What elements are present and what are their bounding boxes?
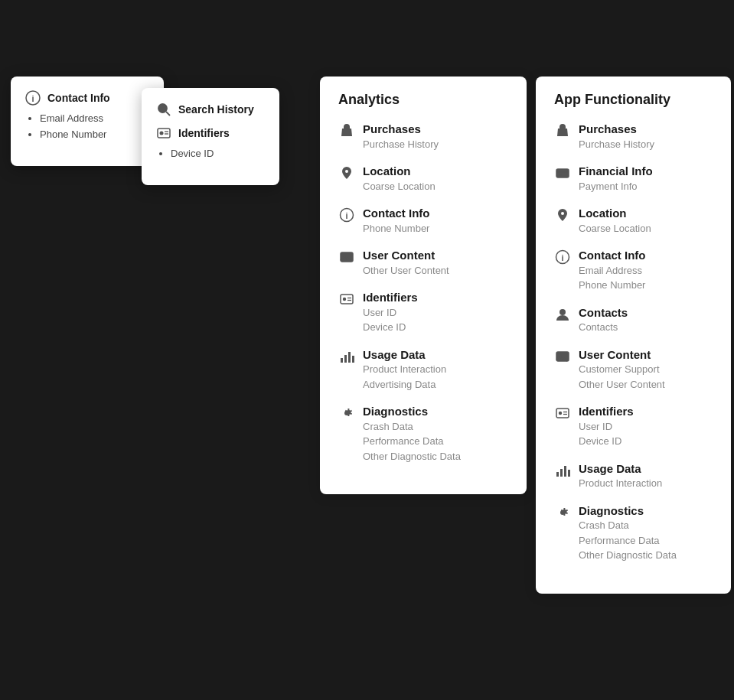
svg-rect-19 bbox=[352, 356, 354, 363]
svg-rect-28 bbox=[556, 409, 569, 418]
app-contact: i Contact Info Email AddressPhone Number bbox=[554, 248, 713, 293]
list-item: Phone Number bbox=[40, 127, 150, 143]
svg-point-29 bbox=[559, 412, 562, 415]
identifiers-text: Identifiers User IDDevice ID bbox=[363, 290, 418, 335]
analytics-location: Location Coarse Location bbox=[338, 164, 508, 194]
app-contacts: Contacts Contacts bbox=[554, 305, 713, 335]
svg-rect-10 bbox=[341, 252, 353, 262]
analytics-user-content: User Content Other User Content bbox=[338, 248, 508, 278]
diagnostics-text: Diagnostics Crash DataPerformance DataOt… bbox=[363, 404, 461, 464]
app-location: Location Coarse Location bbox=[554, 206, 713, 236]
analytics-title: Analytics bbox=[338, 92, 508, 108]
bag-icon bbox=[338, 122, 355, 139]
app-identifiers: Identifiers User IDDevice ID bbox=[554, 404, 713, 449]
location-icon bbox=[338, 164, 355, 181]
tooltip-panel-2: Search History Identifiers Device ID bbox=[142, 88, 279, 185]
list-item: Email Address bbox=[40, 111, 150, 127]
person-badge-icon bbox=[338, 291, 355, 308]
tooltip-items: Email Address Phone Number bbox=[24, 111, 150, 143]
info-icon: i bbox=[24, 90, 41, 106]
svg-line-3 bbox=[166, 112, 170, 116]
app-financial-text: Financial Info Payment Info bbox=[579, 164, 653, 194]
purchases-text: Purchases Purchase History bbox=[363, 122, 439, 151]
app-functionality-panel: App Functionality Purchases Purchase His… bbox=[536, 77, 731, 594]
app-usage-text: Usage Data Product Interaction bbox=[579, 461, 662, 491]
chart-icon-2 bbox=[554, 462, 571, 479]
svg-point-25 bbox=[559, 309, 566, 315]
svg-rect-34 bbox=[564, 466, 566, 477]
bag-icon-2 bbox=[554, 122, 571, 139]
tooltip-category-identifiers: Identifiers bbox=[155, 124, 266, 142]
app-user-content-text: User Content Customer SupportOther User … bbox=[579, 347, 665, 392]
person-icon bbox=[554, 306, 571, 323]
app-functionality-title: App Functionality bbox=[554, 92, 713, 108]
tooltip-category-contact: i Contact Info bbox=[24, 89, 150, 106]
photo-icon-2 bbox=[554, 348, 571, 365]
tooltip-panel-1: i Contact Info Email Address Phone Numbe… bbox=[11, 77, 164, 166]
app-financial: Financial Info Payment Info bbox=[554, 164, 713, 194]
svg-point-13 bbox=[343, 298, 346, 301]
identifiers-icon bbox=[155, 125, 172, 142]
person-badge-icon-2 bbox=[554, 405, 571, 422]
app-purchases-text: Purchases Purchase History bbox=[579, 122, 654, 151]
svg-rect-4 bbox=[158, 129, 170, 138]
search-history-label: Search History bbox=[178, 103, 254, 116]
creditcard-icon bbox=[554, 164, 571, 181]
svg-rect-35 bbox=[568, 470, 570, 477]
app-diagnostics-text: Diagnostics Crash DataPerformance DataOt… bbox=[579, 503, 677, 563]
svg-point-5 bbox=[160, 132, 164, 135]
tooltip-category-name: Contact Info bbox=[47, 92, 110, 104]
info-circle-icon: i bbox=[338, 207, 355, 223]
usage-text: Usage Data Product InteractionAdvertisin… bbox=[363, 347, 446, 392]
analytics-identifiers: Identifiers User IDDevice ID bbox=[338, 290, 508, 335]
list-item: Device ID bbox=[171, 146, 266, 162]
identifiers-label: Identifiers bbox=[178, 127, 230, 139]
svg-rect-32 bbox=[556, 472, 559, 477]
search-icon bbox=[155, 101, 172, 118]
analytics-diagnostics: Diagnostics Crash DataPerformance DataOt… bbox=[338, 404, 508, 464]
app-usage: Usage Data Product Interaction bbox=[554, 461, 713, 491]
chart-icon bbox=[338, 348, 355, 365]
app-user-content: User Content Customer SupportOther User … bbox=[554, 347, 713, 392]
analytics-purchases: Purchases Purchase History bbox=[338, 122, 508, 151]
app-contacts-text: Contacts Contacts bbox=[579, 305, 628, 335]
svg-rect-12 bbox=[341, 295, 353, 304]
svg-rect-33 bbox=[560, 469, 563, 477]
tooltip-category-search: Search History bbox=[155, 100, 266, 118]
photo-icon bbox=[338, 249, 355, 265]
app-diagnostics: Diagnostics Crash DataPerformance DataOt… bbox=[554, 503, 713, 563]
app-identifiers-text: Identifiers User IDDevice ID bbox=[579, 404, 634, 449]
svg-rect-18 bbox=[348, 352, 351, 363]
gear-icon-2 bbox=[554, 504, 571, 521]
svg-text:i: i bbox=[561, 253, 563, 262]
info-circle-icon-2: i bbox=[554, 249, 571, 265]
tooltip-items-2: Device ID bbox=[155, 146, 266, 162]
svg-point-2 bbox=[158, 104, 167, 112]
svg-rect-17 bbox=[344, 355, 347, 363]
gear-icon bbox=[338, 405, 355, 422]
contact-text: Contact Info Phone Number bbox=[363, 206, 430, 236]
app-purchases: Purchases Purchase History bbox=[554, 122, 713, 151]
user-content-text: User Content Other User Content bbox=[363, 248, 449, 278]
location-text: Location Coarse Location bbox=[363, 164, 436, 194]
svg-text:i: i bbox=[31, 94, 34, 103]
svg-rect-26 bbox=[556, 352, 569, 361]
svg-rect-20 bbox=[556, 169, 569, 177]
svg-text:i: i bbox=[345, 211, 347, 220]
analytics-contact: i Contact Info Phone Number bbox=[338, 206, 508, 236]
analytics-panel: Analytics Purchases Purchase History Loc… bbox=[320, 77, 527, 494]
svg-rect-16 bbox=[341, 358, 343, 363]
location-icon-2 bbox=[554, 207, 571, 223]
analytics-usage: Usage Data Product InteractionAdvertisin… bbox=[338, 347, 508, 392]
app-location-text: Location Coarse Location bbox=[579, 206, 651, 236]
app-contact-text: Contact Info Email AddressPhone Number bbox=[579, 248, 646, 293]
